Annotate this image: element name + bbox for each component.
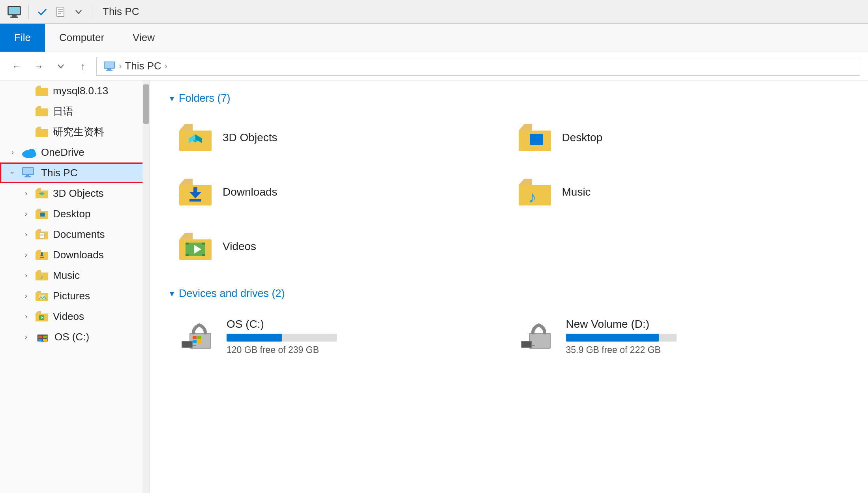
checkmark-btn[interactable]	[35, 5, 49, 19]
sidebar-item-downloads[interactable]: › Downloads	[0, 245, 150, 265]
tab-computer[interactable]: Computer	[45, 24, 118, 52]
sidebar-item-research[interactable]: 研究生资料	[0, 121, 150, 142]
main-layout: mysql8.0.13 日语 研究生资料 ›	[0, 80, 868, 493]
chevron-onedrive: ›	[8, 148, 17, 157]
sidebar-item-label9: Downloads	[53, 249, 104, 261]
address-path[interactable]: › This PC ›	[96, 57, 860, 76]
svg-rect-33	[40, 257, 44, 258]
title-bar-divider2	[92, 5, 92, 19]
sidebar-item-documents[interactable]: › Documents	[0, 224, 150, 245]
drive-c-icon	[35, 331, 51, 343]
svg-text:♪: ♪	[40, 274, 43, 280]
chevron-downloads: ›	[21, 250, 31, 260]
sidebar-item-label: mysql8.0.13	[53, 85, 108, 97]
drive-c-free: 120 GB free of 239 GB	[227, 345, 337, 355]
svg-rect-47	[38, 339, 42, 341]
folder-downloads-icon	[35, 249, 49, 261]
drive-d-bar-bg	[566, 334, 677, 342]
folder-music-large-icon: ♪	[517, 177, 553, 207]
sidebar-item-label13: OS (C:)	[54, 331, 89, 343]
chevron-thispc: ›	[8, 168, 17, 177]
sidebar-item-osdrive[interactable]: › OS (C:)	[0, 327, 150, 347]
folder-3d-large-icon	[178, 123, 213, 153]
svg-rect-73	[197, 340, 201, 343]
address-computer-icon	[103, 61, 116, 72]
folder-3dobjects-label: 3D Objects	[223, 131, 277, 144]
drives-chevron-icon: ▾	[170, 289, 174, 299]
svg-text:♪: ♪	[528, 188, 536, 206]
forward-button[interactable]: →	[30, 58, 47, 75]
folder-item-music[interactable]: ♪ Music	[509, 171, 849, 213]
sidebar-item-videos[interactable]: › Videos	[0, 306, 150, 327]
folders-section-header[interactable]: ▾ Folders (7)	[170, 92, 848, 105]
sidebar-scrollbar[interactable]	[142, 80, 150, 493]
chevron-music: ›	[21, 271, 31, 280]
sidebar-item-onedrive[interactable]: › OneDrive	[0, 142, 150, 162]
back-button[interactable]: ←	[8, 58, 25, 75]
svg-rect-65	[202, 243, 205, 245]
svg-rect-80	[522, 342, 531, 347]
svg-rect-64	[186, 243, 189, 245]
drive-item-d[interactable]: New Volume (D:) 35.9 GB free of 222 GB	[509, 312, 849, 362]
dropdown-nav-button[interactable]	[52, 58, 69, 75]
folder-desktop-label: Desktop	[562, 131, 603, 144]
sidebar-item-label6: 3D Objects	[53, 187, 104, 200]
sidebar-item-3dobjects[interactable]: › 3D Objects	[0, 183, 150, 204]
folder-item-desktop[interactable]: Desktop	[509, 116, 849, 159]
drive-d-bar-fill	[566, 334, 659, 342]
sidebar-item-desktop[interactable]: › Desktop	[0, 204, 150, 224]
svg-rect-12	[36, 88, 48, 96]
up-button[interactable]: ↑	[74, 58, 92, 75]
sidebar-item-label5: This PC	[41, 167, 77, 179]
svg-rect-58	[189, 199, 201, 202]
svg-rect-81	[532, 345, 535, 346]
svg-rect-67	[202, 254, 205, 256]
folder-icon	[35, 85, 49, 97]
folder-item-videos[interactable]: Videos	[170, 225, 509, 268]
svg-rect-4	[57, 7, 64, 17]
folder-icon2	[35, 105, 49, 117]
drive-c-info: OS (C:) 120 GB free of 239 GB	[227, 318, 337, 355]
page-btn[interactable]	[53, 5, 67, 19]
svg-rect-44	[41, 341, 44, 342]
svg-rect-75	[182, 342, 192, 347]
folder-videos-large-icon	[178, 232, 213, 261]
sidebar-item-music[interactable]: › ♪ Music	[0, 265, 150, 286]
chevron-osdrive: ›	[21, 332, 31, 342]
sidebar-item-pictures[interactable]: › Pictures	[0, 286, 150, 306]
sidebar-item-label7: Desktop	[53, 208, 90, 220]
svg-rect-71	[197, 336, 201, 339]
drive-d-name: New Volume (D:)	[566, 318, 677, 331]
folder-desktop-icon	[35, 208, 49, 220]
folder-downloads-large-icon	[178, 177, 213, 207]
sidebar-item-thispc[interactable]: › This PC	[0, 162, 150, 183]
folder-item-3dobjects[interactable]: 3D Objects	[170, 116, 509, 159]
svg-rect-21	[24, 176, 31, 177]
title-bar-title: This PC	[103, 6, 139, 18]
folder-pictures-icon	[35, 290, 49, 302]
svg-rect-72	[193, 340, 197, 343]
chevron-desktop: ›	[21, 209, 31, 218]
sidebar-item-mysql[interactable]: mysql8.0.13	[0, 80, 150, 101]
computer-icon	[6, 4, 22, 20]
chevron-placeholder3	[21, 127, 31, 136]
dropdown-btn[interactable]	[71, 5, 86, 19]
drive-d-free: 35.9 GB free of 222 GB	[566, 345, 677, 355]
drives-section-header[interactable]: ▾ Devices and drives (2)	[170, 288, 848, 300]
title-bar-divider	[28, 5, 29, 19]
tab-file[interactable]: File	[0, 24, 45, 52]
svg-rect-14	[36, 129, 48, 137]
sidebar-item-japanese[interactable]: 日语	[0, 101, 150, 121]
folder-3d-icon	[35, 187, 49, 199]
tab-view[interactable]: View	[118, 24, 169, 52]
sidebar-scrollbar-thumb[interactable]	[143, 84, 149, 124]
svg-rect-66	[186, 254, 189, 256]
cloud-icon	[21, 146, 37, 158]
sidebar-item-label2: 日语	[53, 105, 73, 118]
folders-section-label: Folders (7)	[179, 92, 231, 105]
svg-rect-9	[105, 62, 114, 68]
folder-item-downloads[interactable]: Downloads	[170, 171, 509, 213]
drive-item-c[interactable]: OS (C:) 120 GB free of 239 GB	[170, 312, 509, 362]
svg-rect-3	[10, 17, 18, 18]
svg-rect-1	[9, 7, 20, 14]
